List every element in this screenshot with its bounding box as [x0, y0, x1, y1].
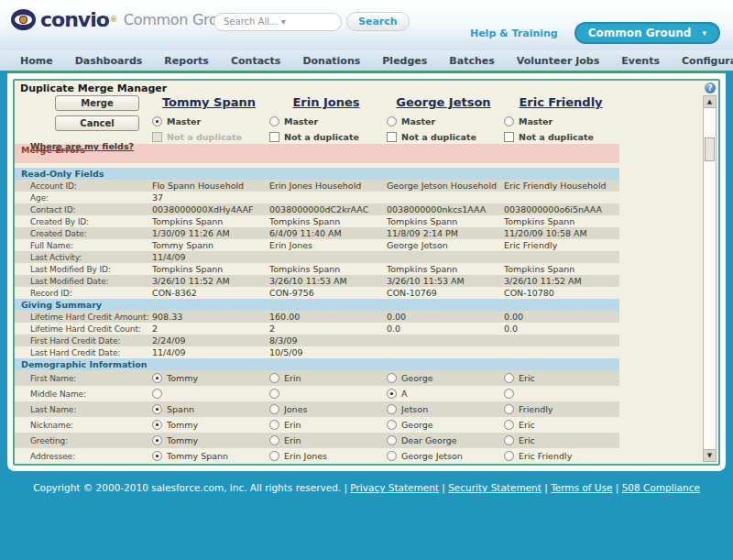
- contact-name[interactable]: Erin Jones: [268, 95, 385, 109]
- not-duplicate-checkbox[interactable]: [504, 132, 514, 142]
- tab-volunteer-jobs[interactable]: Volunteer Jobs: [506, 51, 610, 71]
- value-radio[interactable]: [152, 404, 162, 414]
- value-radio[interactable]: [269, 420, 279, 430]
- cancel-button[interactable]: Cancel: [55, 115, 139, 131]
- field-value: 11/20/09 10:58 AM: [502, 228, 619, 238]
- tab-dashboards[interactable]: Dashboards: [64, 51, 154, 71]
- value-text: Jetson: [401, 404, 428, 414]
- section-header: Demographic Information: [15, 358, 619, 370]
- value-radio[interactable]: [152, 389, 162, 399]
- value-radio[interactable]: [504, 373, 514, 383]
- field-value: 3/26/10 11:52 AM: [502, 276, 619, 286]
- contact-column: Eric FriendlyMasterNot a duplicate: [502, 95, 619, 144]
- value-radio[interactable]: [152, 435, 162, 445]
- not-duplicate-option: Not a duplicate: [387, 131, 502, 142]
- footer-link[interactable]: Security Statement: [448, 482, 542, 493]
- common-ground-menu-button[interactable]: Common Ground ▾: [574, 22, 720, 44]
- tab-home[interactable]: Home: [9, 51, 64, 71]
- tab-batches[interactable]: Batches: [438, 51, 505, 71]
- field-label: Last Name:: [15, 405, 150, 414]
- field-value: Tommy: [150, 373, 268, 383]
- value-radio[interactable]: [269, 373, 279, 383]
- value-radio[interactable]: [387, 435, 397, 445]
- value-text: Erin: [284, 373, 301, 383]
- merge-header: Merge Cancel Where are my fields? Tommy …: [15, 94, 718, 144]
- scroll-down-button[interactable]: ▼: [704, 449, 716, 461]
- help-training-link[interactable]: Help & Training: [470, 27, 558, 39]
- contact-name[interactable]: George Jetson: [385, 95, 502, 109]
- scroll-up-button[interactable]: ▲: [704, 96, 716, 108]
- not-duplicate-checkbox[interactable]: [269, 132, 279, 142]
- value-text: Spann: [167, 404, 194, 414]
- field-label: Age:: [15, 193, 150, 203]
- header-links: Help & Training Common Ground ▾: [470, 22, 720, 44]
- tab-donations[interactable]: Donations: [291, 51, 371, 71]
- footer-link[interactable]: 508 Compliance: [622, 482, 700, 493]
- field-value: CON-10780: [502, 288, 619, 298]
- field-value: Eric Friendly Household: [502, 181, 619, 191]
- value-radio[interactable]: [269, 404, 279, 414]
- value-text: Friendly: [519, 404, 552, 414]
- table-row: First Name:TommyErinGeorgeEric: [15, 370, 619, 386]
- page: { "header": { "brand": "convio", "brand_…: [0, 0, 733, 560]
- field-value: 160.00: [268, 312, 385, 322]
- tab-reports[interactable]: Reports: [153, 51, 220, 71]
- field-value: 0038000000dC2krAAC: [268, 204, 385, 214]
- master-option: Master: [504, 115, 619, 126]
- field-value: Eric: [502, 420, 619, 430]
- field-label: Account ID:: [15, 181, 150, 191]
- master-radio[interactable]: [387, 116, 397, 126]
- value-radio[interactable]: [387, 404, 397, 414]
- field-value: 1/30/09 11:26 AM: [150, 228, 268, 238]
- section-header: Giving Summary: [15, 299, 619, 311]
- table-row: Lifetime Hard Credit Amount:908.33160.00…: [15, 311, 619, 323]
- value-radio[interactable]: [504, 389, 514, 399]
- value-radio[interactable]: [387, 420, 397, 430]
- field-value: George Jetson Household: [385, 181, 502, 191]
- field-value: Dear George: [385, 435, 502, 445]
- vertical-scrollbar[interactable]: ▲ ▼: [703, 95, 717, 462]
- table-row: Addressee:Tommy SpannErin JonesGeorge Je…: [15, 448, 619, 464]
- merge-button[interactable]: Merge: [55, 95, 139, 111]
- value-radio[interactable]: [152, 373, 162, 383]
- tab-events[interactable]: Events: [610, 51, 671, 71]
- value-radio[interactable]: [152, 420, 162, 430]
- table-row: Lifetime Hard Credit Count:220.00.0: [15, 323, 619, 335]
- value-radio[interactable]: [387, 451, 397, 461]
- not-duplicate-checkbox[interactable]: [152, 132, 162, 142]
- table-row: Contact ID:0038000000XdHy4AAF0038000000d…: [15, 203, 619, 215]
- footer-link[interactable]: Privacy Statement: [350, 482, 439, 493]
- value-radio[interactable]: [269, 389, 279, 399]
- table-row: Nickname:TommyErinGeorgeEric: [15, 417, 619, 433]
- contact-name[interactable]: Tommy Spann: [150, 95, 268, 109]
- scrollbar-thumb[interactable]: [705, 137, 715, 161]
- value-radio[interactable]: [504, 420, 514, 430]
- master-radio[interactable]: [152, 116, 162, 126]
- value-radio[interactable]: [387, 389, 397, 399]
- contact-name[interactable]: Eric Friendly: [502, 95, 619, 109]
- tab-contacts[interactable]: Contacts: [220, 51, 291, 71]
- master-radio[interactable]: [504, 116, 514, 126]
- not-duplicate-checkbox[interactable]: [387, 132, 397, 142]
- value-radio[interactable]: [152, 451, 162, 461]
- value-radio[interactable]: [504, 435, 514, 445]
- field-value: George: [385, 373, 502, 383]
- master-radio[interactable]: [269, 116, 279, 126]
- tab-configuration[interactable]: Configuration: [671, 51, 733, 71]
- value-text: Erin: [284, 420, 301, 430]
- value-radio[interactable]: [387, 373, 397, 383]
- field-value: Erin Jones: [268, 240, 385, 250]
- value-radio[interactable]: [269, 435, 279, 445]
- tab-pledges[interactable]: Pledges: [371, 51, 438, 71]
- table-row: Record ID:CON-8362CON-9756CON-10769CON-1…: [15, 287, 619, 299]
- search-button[interactable]: Search: [346, 12, 410, 31]
- field-value: Tompkins Spann: [150, 216, 268, 226]
- field-value: 3/26/10 11:53 AM: [385, 276, 502, 286]
- value-radio[interactable]: [504, 404, 514, 414]
- search-input[interactable]: [213, 13, 342, 31]
- value-radio[interactable]: [269, 451, 279, 461]
- value-radio[interactable]: [504, 451, 514, 461]
- help-icon[interactable]: ?: [705, 82, 716, 93]
- field-label: Record ID:: [15, 289, 150, 298]
- footer-link[interactable]: Terms of Use: [551, 482, 612, 493]
